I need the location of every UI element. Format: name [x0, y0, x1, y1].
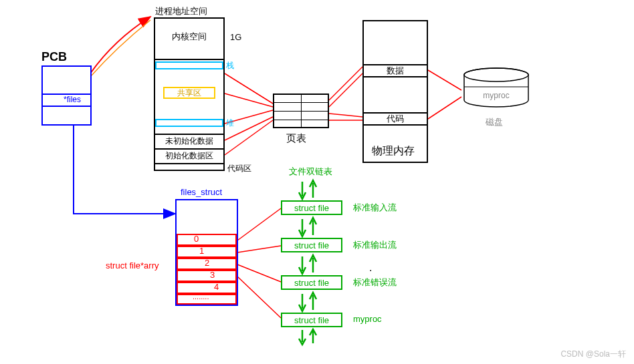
disk-cylinder — [463, 67, 530, 107]
file-desc-2: 标准错误流 — [353, 277, 397, 289]
physmem-data: 数据 — [362, 64, 428, 77]
list-arrows-icon — [294, 327, 321, 347]
arr-row-3 — [177, 270, 237, 282]
arr-idx-1: 1 — [199, 246, 204, 256]
disk-file: myproc — [463, 91, 530, 100]
disk-label: 磁盘 — [486, 116, 503, 128]
svg-line-1 — [225, 94, 273, 107]
svg-line-7 — [329, 114, 362, 117]
arr-row-0 — [177, 234, 237, 246]
svg-line-0 — [225, 73, 273, 104]
file-desc-1: 标准输出流 — [353, 239, 397, 251]
svg-line-12 — [237, 246, 281, 252]
file-node-2: struct file — [281, 275, 342, 290]
pcb-files-label: *files — [64, 95, 81, 104]
file-desc-0: 标准输入流 — [353, 202, 397, 214]
shared-region: 共享区 — [163, 87, 215, 99]
pcb-title: PCB — [41, 50, 67, 64]
stack-region — [155, 61, 223, 69]
list-arrows-icon — [294, 290, 321, 314]
heap-region — [155, 119, 223, 127]
list-arrows-icon — [294, 215, 321, 239]
svg-line-11 — [237, 208, 281, 240]
filelist-header: 文件双链表 — [289, 166, 332, 178]
arr-idx-more: ........ — [193, 293, 209, 301]
arr-idx-3: 3 — [210, 270, 215, 280]
watermark: CSDN @Sola一轩 — [560, 349, 626, 360]
file-node-0: struct file — [281, 200, 342, 215]
svg-line-14 — [237, 277, 281, 318]
arr-idx-2: 2 — [205, 258, 209, 268]
svg-line-5 — [329, 67, 362, 100]
svg-line-10 — [428, 97, 461, 119]
file-node-1: struct file — [281, 238, 342, 252]
arr-row-1 — [177, 246, 237, 258]
arr-idx-0: 0 — [194, 234, 199, 244]
addrspace-title: 进程地址空间 — [155, 5, 207, 17]
physmem-code: 代码 — [362, 112, 428, 126]
code-label: 代码区 — [227, 163, 251, 174]
physmem-box — [362, 20, 428, 163]
file-desc-3: myproc — [353, 314, 382, 324]
arr-label: struct file*arry — [106, 260, 158, 270]
kernel-region: 内核空间 — [155, 27, 223, 47]
svg-line-6 — [329, 73, 362, 107]
data-region: 初始化数据区 — [155, 150, 223, 162]
dot-mark: . — [369, 262, 372, 274]
physmem-label: 物理内存 — [372, 144, 415, 158]
file-node-3: struct file — [281, 313, 342, 327]
svg-line-9 — [428, 70, 461, 90]
arr-idx-4: 4 — [214, 282, 219, 292]
stack-label: 栈 — [226, 60, 234, 71]
list-arrows-icon — [294, 252, 321, 277]
list-arrows-icon — [294, 178, 321, 202]
svg-line-13 — [237, 264, 281, 282]
bss-region: 未初始化数据 — [155, 135, 223, 147]
heap-label: 堆 — [226, 118, 234, 129]
pagetable-label: 页表 — [286, 132, 306, 145]
kernel-size: 1G — [230, 32, 241, 42]
files-struct-title: files_struct — [181, 187, 222, 197]
